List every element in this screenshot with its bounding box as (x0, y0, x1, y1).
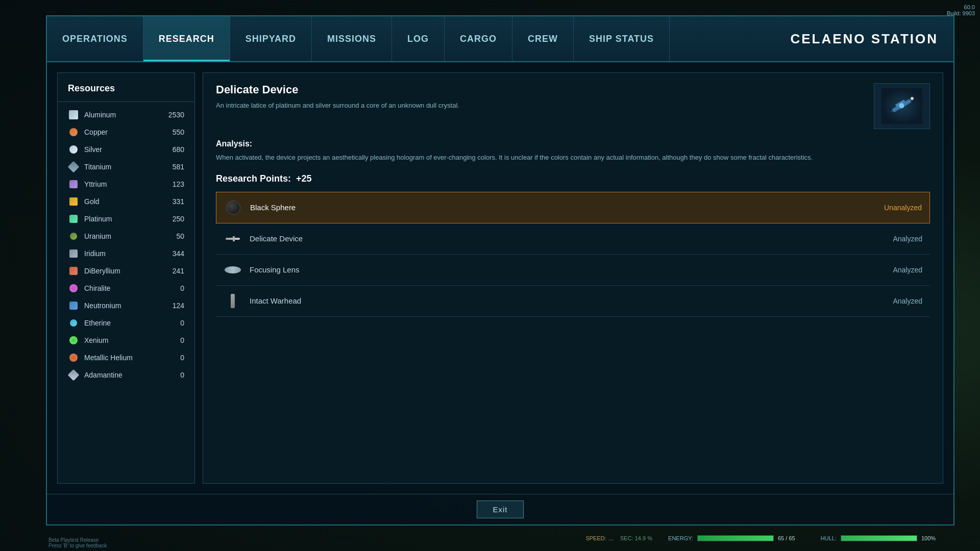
resource-name-chiralite: Chiralite (84, 284, 159, 292)
list-item: Xenium 0 (58, 332, 194, 349)
bottom-bar: Exit (47, 494, 953, 524)
analysis-text: When activated, the device projects an a… (216, 153, 930, 163)
nav-bar: Operations Research Shipyard Missions Lo… (47, 16, 953, 62)
diberyllium-icon (68, 265, 79, 277)
adamantine-icon (68, 369, 79, 381)
resource-name-platinum: Platinum (84, 215, 159, 223)
item-name-delicate-device: Delicate Device (250, 234, 885, 243)
delicate-device-icon (224, 230, 242, 248)
uranium-icon (68, 231, 79, 242)
beta-info: Beta Playtest Release Press 'B' to give … (48, 537, 107, 548)
etherine-icon (68, 317, 79, 329)
item-name-intact-warhead: Intact Warhead (250, 296, 885, 305)
hull-bar (841, 535, 917, 541)
resource-amount-iridium: 344 (164, 249, 184, 258)
item-status-black-sphere: Unanalyzed (884, 204, 922, 212)
beta-line1: Beta Playtest Release (48, 537, 107, 543)
analysis-section: Analysis: When activated, the device pro… (216, 139, 930, 163)
item-preview-svg (881, 88, 922, 124)
resource-amount-adamantine: 0 (164, 371, 184, 379)
resource-name-aluminum: Aluminum (84, 111, 159, 119)
resource-amount-etherine: 0 (164, 319, 184, 327)
energy-value: 65 / 65 (778, 535, 801, 541)
tab-crew[interactable]: Crew (512, 16, 574, 61)
beta-line2: Press 'B' to give feedback (48, 543, 107, 548)
station-title: CELAENO STATION (790, 16, 953, 61)
main-container: Operations Research Shipyard Missions Lo… (46, 15, 954, 525)
resource-amount-aluminum: 2530 (164, 111, 184, 119)
list-item: Metallic Helium 0 (58, 349, 194, 366)
item-title: Delicate Device (216, 83, 864, 96)
item-name-focusing-lens: Focusing Lens (250, 265, 885, 274)
resource-amount-metallic-helium: 0 (164, 354, 184, 362)
item-status-focusing-lens: Analyzed (893, 266, 922, 274)
chiralite-icon (68, 283, 79, 294)
black-sphere-icon (224, 198, 242, 217)
tab-ship-status[interactable]: Ship Status (574, 16, 670, 61)
resources-title: Resources (58, 81, 194, 102)
tab-missions[interactable]: Missions (312, 16, 392, 61)
neutronium-icon (68, 300, 79, 311)
tab-research[interactable]: Research (143, 16, 230, 61)
item-image (874, 83, 930, 129)
hull-status: HULL: 100% (808, 535, 944, 541)
list-item-focusing-lens[interactable]: Focusing Lens Analyzed (216, 255, 930, 286)
energy-bar-fill (698, 536, 773, 541)
energy-label: ENERGY: (665, 535, 693, 541)
build-display: Build: 9903 (947, 10, 975, 16)
copper-icon (68, 127, 79, 138)
detail-panel: Delicate Device An intricate latice of p… (203, 72, 943, 484)
resource-amount-chiralite: 0 (164, 284, 184, 292)
resource-name-neutronium: Neutronium (84, 302, 159, 310)
xenium-icon (68, 335, 79, 346)
resource-amount-diberyllium: 241 (164, 267, 184, 275)
resource-name-metallic-helium: Metallic Helium (84, 354, 159, 362)
hull-bar-fill (841, 536, 917, 541)
list-item-delicate-device[interactable]: Delicate Device Analyzed (216, 223, 930, 255)
tab-shipyard[interactable]: Shipyard (230, 16, 312, 61)
energy-bar (697, 535, 774, 541)
list-item-intact-warhead[interactable]: Intact Warhead Analyzed (216, 286, 930, 317)
aluminum-icon (68, 109, 79, 120)
exit-button[interactable]: Exit (477, 500, 523, 518)
item-description: An intricate latice of platinum and silv… (216, 101, 864, 111)
resource-name-yttrium: Yttrium (84, 180, 159, 188)
item-status-delicate-device: Analyzed (893, 235, 922, 243)
resource-name-titanium: Titanium (84, 163, 159, 171)
platinum-icon (68, 213, 79, 224)
list-item: DiBeryllium 241 (58, 262, 194, 280)
list-item: Adamantine 0 (58, 366, 194, 384)
list-item: Chiralite 0 (58, 280, 194, 297)
resource-amount-silver: 680 (164, 145, 184, 154)
resource-name-diberyllium: DiBeryllium (84, 267, 159, 275)
fps-display: 60.0 (947, 4, 975, 10)
resource-amount-gold: 331 (164, 197, 184, 206)
resource-amount-xenium: 0 (164, 336, 184, 344)
items-list: Black Sphere Unanalyzed Delicate Device … (216, 192, 930, 473)
resource-name-gold: Gold (84, 197, 159, 206)
list-item: Etherine 0 (58, 314, 194, 332)
list-item: Neutronium 124 (58, 297, 194, 314)
list-item: Gold 331 (58, 193, 194, 210)
list-item: Aluminum 2530 (58, 106, 194, 123)
resource-amount-neutronium: 124 (164, 302, 184, 310)
list-item: Uranium 50 (58, 228, 194, 245)
list-item: Copper 550 (58, 123, 194, 141)
resource-name-etherine: Etherine (84, 319, 159, 327)
iridium-icon (68, 248, 79, 259)
tab-log[interactable]: Log (392, 16, 445, 61)
tab-cargo[interactable]: Cargo (445, 16, 512, 61)
status-bar-container: SPEED:... SEC: 14.9 % ENERGY: 65 / 65 HU… (46, 525, 954, 551)
list-item: Platinum 250 (58, 210, 194, 228)
item-name-black-sphere: Black Sphere (250, 203, 876, 212)
resource-name-adamantine: Adamantine (84, 371, 159, 379)
yttrium-icon (68, 179, 79, 190)
resource-amount-uranium: 50 (164, 232, 184, 240)
tab-operations[interactable]: Operations (47, 16, 143, 61)
resource-amount-platinum: 250 (164, 215, 184, 223)
metallic-helium-icon (68, 352, 79, 363)
svg-point-5 (911, 97, 914, 100)
list-item-black-sphere[interactable]: Black Sphere Unanalyzed (216, 192, 930, 223)
list-item: Iridium 344 (58, 245, 194, 262)
ship-stats-text: SPEED:... SEC: 14.9 % (585, 535, 657, 541)
